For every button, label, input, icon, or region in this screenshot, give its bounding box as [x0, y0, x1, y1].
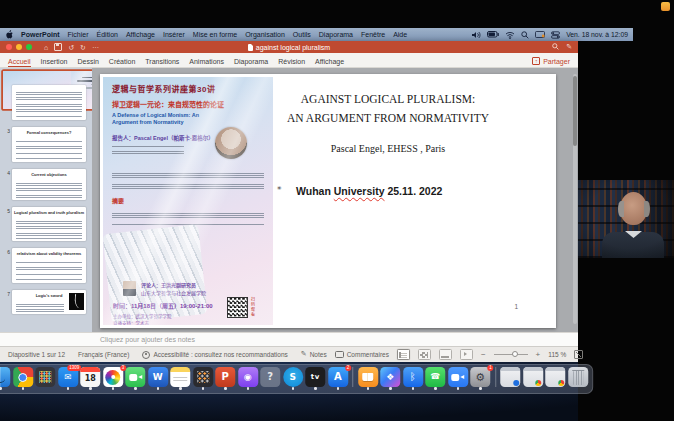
- slide-venue[interactable]: Wuhan University 25.11. 2022: [296, 185, 442, 197]
- zoom-icon[interactable]: [448, 367, 468, 387]
- more-commands-icon[interactable]: ⋯: [92, 44, 99, 51]
- thumbnail-preview: relativism about validity theorems: [12, 248, 86, 283]
- save-icon[interactable]: [54, 43, 62, 51]
- undo-icon[interactable]: ↺: [68, 44, 74, 51]
- venue-post: 25.11. 2022: [385, 185, 443, 197]
- screen-share-icon[interactable]: [535, 31, 545, 39]
- zoom-slider-knob[interactable]: [512, 351, 518, 357]
- launchpad-icon[interactable]: [35, 367, 55, 387]
- comments-toggle-button[interactable]: Commentaires: [335, 351, 389, 358]
- poster-title-english: A Defense of Logical Monism: An Argument…: [112, 112, 224, 126]
- notes-toggle-button[interactable]: ✎ Notes: [301, 351, 327, 358]
- grid-app-icon[interactable]: [193, 367, 213, 387]
- menubar-app-name[interactable]: PowerPoint: [21, 31, 60, 38]
- menu-item-fen-tre[interactable]: Fenêtre: [361, 31, 385, 38]
- podcasts-icon[interactable]: ◉: [238, 367, 258, 387]
- slide-thumbnail-2[interactable]: 2: [2, 85, 86, 120]
- window-min-chrome2-icon[interactable]: [545, 367, 565, 387]
- wifi-icon[interactable]: [505, 31, 515, 39]
- shortcuts-icon[interactable]: ❖: [380, 367, 400, 387]
- zoom-percentage[interactable]: 115 %: [548, 351, 566, 358]
- slide-title[interactable]: AGAINST LOGICAL PLURALISM: AN ARGUMENT F…: [250, 90, 526, 128]
- ribbon-tab-accueil[interactable]: Accueil: [8, 56, 31, 67]
- ribbon-tab-cr-ation[interactable]: Création: [109, 56, 135, 68]
- menu-item-aide[interactable]: Aide: [393, 31, 407, 38]
- normal-view-button[interactable]: [397, 349, 410, 360]
- slide-thumbnail-3[interactable]: 3Formal consequences?: [2, 127, 86, 162]
- slide-thumbnail-4[interactable]: 4Current objections: [2, 169, 86, 200]
- close-window-button[interactable]: [6, 44, 12, 50]
- notes-pane[interactable]: Cliquez pour ajouter des notes: [0, 332, 578, 346]
- ribbon-tab-diaporama[interactable]: Diaporama: [234, 56, 268, 68]
- slide-thumbnail-7[interactable]: 7Logic's sword: [2, 290, 86, 314]
- comment-bubble-icon: [335, 351, 344, 358]
- chrome-icon[interactable]: [13, 367, 33, 387]
- share-edit-icon[interactable]: ✎: [566, 43, 572, 51]
- photos-icon[interactable]: 3: [103, 367, 123, 387]
- search-icon[interactable]: [552, 43, 559, 51]
- apple-tv-icon[interactable]: tv: [305, 367, 325, 387]
- control-center-icon[interactable]: [551, 31, 560, 39]
- skype-icon[interactable]: S: [283, 367, 303, 387]
- window-min-blue-icon[interactable]: [500, 367, 520, 387]
- document-icon: [248, 44, 253, 51]
- menubar-clock[interactable]: Ven. 18 nov. à 12:09: [566, 31, 628, 38]
- menu-item-diaporama[interactable]: Diaporama: [319, 31, 353, 38]
- whatsapp-icon[interactable]: ☎: [425, 367, 445, 387]
- menu-item-fichier[interactable]: Fichier: [68, 31, 89, 38]
- menu-item--dition[interactable]: Édition: [97, 31, 118, 38]
- fit-slide-icon[interactable]: [574, 350, 583, 359]
- app-store-icon[interactable]: A2: [328, 367, 348, 387]
- slide-sorter-view-button[interactable]: [418, 349, 431, 360]
- missing-app-icon[interactable]: ?: [260, 367, 280, 387]
- slide-canvas[interactable]: 逻辑与哲学系列讲座第30讲 捍卫逻辑一元论：来自规范性的论证 A Defense…: [100, 74, 556, 328]
- slideshow-view-button[interactable]: [460, 349, 473, 360]
- vertical-scrollbar[interactable]: [573, 74, 577, 324]
- menu-item-ins-rer[interactable]: Insérer: [163, 31, 185, 38]
- minimize-window-button[interactable]: [16, 44, 22, 50]
- calendar-icon[interactable]: 18: [80, 367, 100, 387]
- ribbon-tab-insertion[interactable]: Insertion: [41, 56, 68, 68]
- ribbon-tab-affichage[interactable]: Affichage: [315, 56, 344, 68]
- finder-icon[interactable]: [0, 367, 10, 387]
- books-icon[interactable]: [358, 367, 378, 387]
- slide-thumbnail-1[interactable]: 1: [2, 71, 86, 78]
- reading-view-button[interactable]: [439, 349, 452, 360]
- trash-icon[interactable]: [568, 367, 588, 387]
- word-icon[interactable]: W: [148, 367, 168, 387]
- ribbon-tab-r-vision[interactable]: Révision: [278, 56, 305, 68]
- slide-thumbnail-6[interactable]: 6relativism about validity theorems: [2, 248, 86, 283]
- language-indicator[interactable]: Français (France): [78, 351, 129, 358]
- missing-app-glyph: ?: [267, 372, 273, 382]
- settings-icon[interactable]: ⚙1: [470, 367, 490, 387]
- share-button[interactable]: ↑ Partager: [532, 57, 570, 67]
- mail-icon[interactable]: ✉1309: [58, 367, 78, 387]
- ribbon-tab-dessin[interactable]: Dessin: [77, 56, 98, 68]
- zoom-in-button[interactable]: +: [536, 351, 541, 359]
- volume-icon[interactable]: [472, 31, 481, 39]
- window-min-chrome-icon[interactable]: [523, 367, 543, 387]
- spotlight-search-icon[interactable]: [521, 31, 529, 39]
- slide-thumbnail-5[interactable]: 5Logical pluralism and truth pluralism: [2, 207, 86, 241]
- slide-author[interactable]: Pascal Engel, EHESS , Paris: [250, 143, 526, 154]
- accessibility-status[interactable]: Accessibilité : consultez nos recommanda…: [142, 351, 287, 359]
- ribbon-tab-animations[interactable]: Animations: [189, 56, 224, 68]
- bluetooth-icon[interactable]: ᛒ: [403, 367, 423, 387]
- redo-icon[interactable]: ↻: [80, 44, 86, 51]
- menu-item-organisation[interactable]: Organisation: [245, 31, 285, 38]
- zoom-window-button[interactable]: [26, 44, 32, 50]
- apple-menu-icon[interactable]: [5, 30, 13, 39]
- menu-item-outils[interactable]: Outils: [293, 31, 311, 38]
- menu-item-affichage[interactable]: Affichage: [126, 31, 155, 38]
- menu-item-mise-en-forme[interactable]: Mise en forme: [193, 31, 237, 38]
- ribbon-tab-transitions[interactable]: Transitions: [145, 56, 179, 68]
- zoom-slider[interactable]: [494, 354, 528, 355]
- video-call-participant[interactable]: [578, 180, 674, 258]
- notes-app-icon[interactable]: [170, 367, 190, 387]
- home-icon[interactable]: ⌂: [44, 44, 48, 51]
- zoom-out-button[interactable]: −: [481, 351, 486, 359]
- powerpoint-icon[interactable]: P: [215, 367, 235, 387]
- battery-icon[interactable]: [487, 31, 499, 38]
- facetime-icon[interactable]: [125, 367, 145, 387]
- slide-counter[interactable]: Diapositive 1 sur 12: [8, 351, 65, 358]
